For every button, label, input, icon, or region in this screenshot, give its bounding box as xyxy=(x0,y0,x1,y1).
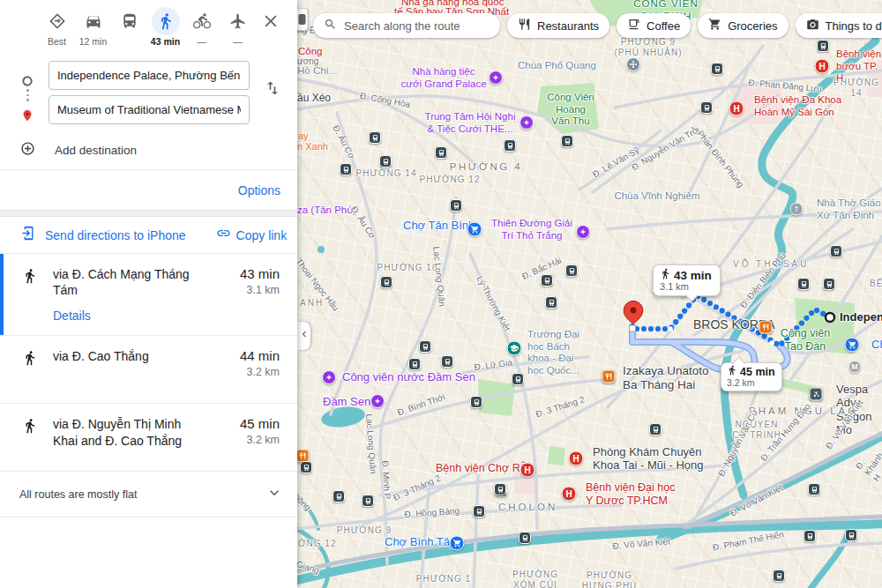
close-directions-button[interactable] xyxy=(261,11,282,33)
travel-mode-walk[interactable]: 43 min xyxy=(147,7,183,47)
bus-stop-icon[interactable] xyxy=(830,245,842,257)
flight-icon xyxy=(224,7,252,35)
callout-distance: 3.1 km xyxy=(660,281,712,292)
bus-stop-icon[interactable] xyxy=(362,495,374,507)
bus-stop-icon[interactable] xyxy=(649,423,662,435)
route-callout-selected[interactable]: 43 min 3.1 km xyxy=(653,264,721,296)
route-details-link[interactable]: Details xyxy=(53,309,280,323)
chip-things-to-do[interactable]: Things to do xyxy=(796,13,882,38)
restaurant-icon[interactable] xyxy=(759,321,773,334)
bus-stop-icon[interactable] xyxy=(494,483,506,495)
travel-mode-best[interactable]: Best xyxy=(39,7,75,47)
travel-mode-flight[interactable]: — xyxy=(220,7,256,47)
destination-input[interactable] xyxy=(49,95,250,124)
travel-mode-transit[interactable] xyxy=(111,7,147,47)
attraction-icon[interactable] xyxy=(322,370,336,384)
bus-stop-icon[interactable] xyxy=(473,505,485,517)
university-icon[interactable] xyxy=(507,341,522,356)
search-icon xyxy=(324,18,337,34)
origin-input[interactable] xyxy=(49,61,250,90)
bus-stop-icon[interactable] xyxy=(773,569,785,582)
bus-stop-icon[interactable] xyxy=(504,139,516,152)
bus-stop-icon[interactable] xyxy=(450,199,462,212)
attraction-icon[interactable] xyxy=(519,115,534,130)
chip-label: Groceries xyxy=(728,19,777,33)
bus-stop-icon[interactable] xyxy=(545,296,557,309)
market-icon[interactable] xyxy=(450,536,465,551)
route-list: via Đ. Cách Mạng Tháng TámDetails43 min3… xyxy=(0,253,297,471)
search-along-route[interactable]: Search along the route xyxy=(313,13,500,38)
route-distance: 3.1 km xyxy=(240,284,280,296)
route-callout-alternate[interactable]: 45 min 3.2 km xyxy=(721,362,782,391)
map-canvas[interactable]: Nhà ga hàng hóa quốctế Sân bay Tân Sơn N… xyxy=(297,0,882,588)
church-icon[interactable] xyxy=(790,203,804,216)
chip-label: Restaurants xyxy=(537,19,599,33)
waypoint-dots-icon xyxy=(26,89,29,101)
options-button[interactable]: Options xyxy=(238,183,280,197)
bus-stop-icon[interactable] xyxy=(808,483,820,495)
send-directions-button[interactable]: Send directions to iPhone xyxy=(45,228,186,242)
walk-icon xyxy=(660,268,671,282)
restaurant-icon[interactable] xyxy=(602,370,616,383)
bus-stop-icon[interactable] xyxy=(408,358,421,370)
bus-stop-icon[interactable] xyxy=(333,490,345,502)
bus-stop-icon[interactable] xyxy=(817,40,829,52)
groceries-icon xyxy=(708,18,721,33)
bus-stop-icon[interactable] xyxy=(700,101,713,114)
attraction-icon[interactable] xyxy=(489,71,503,85)
hospital-icon[interactable]: H xyxy=(815,59,830,74)
route-option[interactable]: via Đ. Nguyễn Thị Minh Khai and Đ. Cao T… xyxy=(0,403,297,471)
chip-restaurants[interactable]: Restaurants xyxy=(507,13,609,38)
rail-station-icon[interactable] xyxy=(297,8,309,31)
travel-mode-bike[interactable]: — xyxy=(183,7,220,47)
bus-stop-icon[interactable] xyxy=(541,274,553,287)
search-placeholder: Search along the route xyxy=(344,19,460,33)
bus-stop-icon[interactable] xyxy=(711,63,723,75)
hospital-icon[interactable]: H xyxy=(569,451,584,466)
bus-stop-icon[interactable] xyxy=(380,276,392,288)
chip-groceries[interactable]: Groceries xyxy=(698,13,788,38)
tour-icon[interactable] xyxy=(810,388,823,401)
bus-stop-icon[interactable] xyxy=(379,155,392,167)
chevron-left-icon xyxy=(298,328,310,344)
bus-stop-icon[interactable] xyxy=(797,278,810,290)
route-option[interactable]: via Đ. Cách Mạng Tháng TámDetails43 min3… xyxy=(0,253,297,335)
bus-stop-icon[interactable] xyxy=(823,278,835,290)
collapse-panel-button[interactable] xyxy=(297,322,310,350)
best-icon xyxy=(43,7,71,35)
hospital-icon[interactable]: H xyxy=(729,101,744,116)
add-destination-button[interactable]: Add destination xyxy=(0,130,297,169)
mode-label: 12 min xyxy=(79,36,108,47)
elevation-note-row[interactable]: All routes are mostly flat xyxy=(0,471,297,517)
bus-stop-icon[interactable] xyxy=(470,396,482,408)
attraction-icon[interactable] xyxy=(576,225,590,239)
attraction-icon[interactable] xyxy=(370,394,385,408)
chip-label: Coffee xyxy=(647,19,680,33)
drive-icon xyxy=(79,7,108,35)
bus-stop-icon[interactable] xyxy=(435,146,447,159)
bus-stop-icon[interactable] xyxy=(561,135,573,147)
hospital-icon[interactable]: H xyxy=(562,487,577,502)
route-option[interactable]: via Đ. Cao Thắng44 min3.2 km xyxy=(0,335,297,403)
bus-stop-icon[interactable] xyxy=(369,131,381,144)
travel-mode-drive[interactable]: 12 min xyxy=(75,7,111,47)
bus-stop-icon[interactable] xyxy=(519,532,531,544)
chip-coffee[interactable]: Coffee xyxy=(617,13,691,38)
bus-stop-icon[interactable] xyxy=(300,461,312,473)
bus-stop-icon[interactable] xyxy=(441,355,453,368)
camera-icon xyxy=(806,18,819,33)
bus-stop-icon[interactable] xyxy=(845,529,857,541)
temple-icon[interactable] xyxy=(626,57,640,71)
bus-stop-icon[interactable] xyxy=(340,163,352,175)
copy-link-button[interactable]: Copy link xyxy=(216,226,288,244)
bus-stop-icon[interactable] xyxy=(512,373,524,385)
directions-panel: Best12 min43 min—— Add destination Optio… xyxy=(0,0,297,588)
market-icon[interactable] xyxy=(467,222,482,237)
metro-icon[interactable]: M xyxy=(848,361,861,373)
bus-stop-icon[interactable] xyxy=(565,264,578,277)
bus-stop-icon[interactable] xyxy=(804,530,816,542)
hospital-icon[interactable]: H xyxy=(520,463,535,478)
market-icon[interactable] xyxy=(845,338,860,353)
bus-stop-icon[interactable] xyxy=(419,340,431,353)
swap-waypoints-button[interactable] xyxy=(264,79,283,99)
